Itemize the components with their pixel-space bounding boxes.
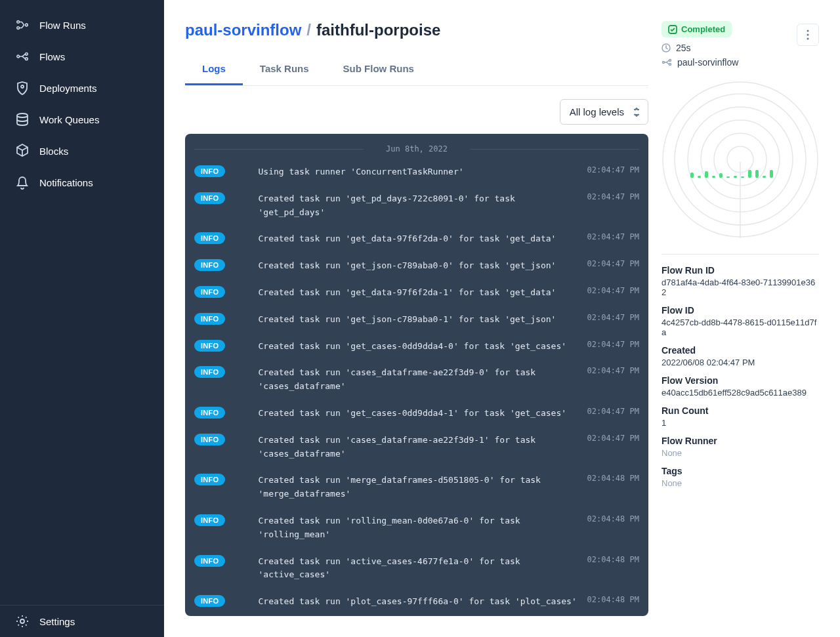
svg-point-8 (20, 619, 24, 623)
breadcrumb-flow[interactable]: paul-sorvinflow (185, 21, 301, 39)
log-time: 02:04:47 PM (587, 192, 639, 201)
sidebar-item-label: Notifications (39, 177, 93, 188)
log-time: 02:04:48 PM (587, 595, 639, 604)
log-level-badge: INFO (194, 165, 225, 177)
info-label: Flow Run ID (662, 265, 819, 276)
log-row: INFOCreated task run 'cases_dataframe-ae… (194, 431, 639, 464)
info-value: 2022/06/08 02:04:47 PM (662, 358, 819, 367)
flow-name[interactable]: paul-sorvinflow (677, 57, 738, 68)
log-time: 02:04:47 PM (587, 259, 639, 268)
svg-point-3 (17, 55, 20, 58)
flow-icon (662, 58, 672, 66)
log-row: INFOCreated task run 'plot_cases-97fff66… (194, 592, 639, 611)
task-bar[interactable] (719, 173, 723, 178)
tab-task-runs[interactable]: Task Runs (243, 55, 326, 85)
status-badge: Completed (662, 21, 732, 37)
log-message: Created task run 'get_data-97f6f2da-1' f… (233, 286, 579, 300)
sidebar-item-label: Blocks (39, 146, 68, 157)
svg-point-1 (17, 27, 20, 30)
log-row: INFOUsing task runner 'ConcurrentTaskRun… (194, 163, 639, 182)
task-bar[interactable] (755, 170, 759, 178)
log-row: INFOCreated task run 'get_data-97f6f2da-… (194, 283, 639, 302)
status-label: Completed (681, 24, 725, 34)
log-row: INFOCreated task run 'cases_dataframe-ae… (194, 363, 639, 396)
sidebar-item-deployments[interactable]: Deployments (0, 72, 164, 104)
log-row: INFOCreated task run 'merge_dataframes-d… (194, 471, 639, 504)
log-time: 02:04:47 PM (587, 165, 639, 175)
task-bar[interactable] (763, 176, 766, 178)
log-level-badge: INFO (194, 474, 225, 485)
log-message: Created task run 'get_pd_days-722c8091-0… (233, 192, 579, 220)
log-level-value: All log levels (570, 106, 624, 117)
log-date: Jun 8th, 2022 (194, 144, 639, 154)
log-row: INFOCreated task run 'get_json-c789aba0-… (194, 257, 639, 276)
side-panel: Completed 25s paul-sorvinflow Flow Ru (662, 21, 819, 616)
sidebar-item-work-queues[interactable]: Work Queues (0, 104, 164, 135)
task-bar[interactable] (690, 173, 694, 178)
log-time: 02:04:47 PM (587, 286, 639, 295)
log-time: 02:04:47 PM (587, 407, 639, 416)
sidebar-item-label: Flows (39, 51, 65, 62)
info-value: d781af4a-4dab-4f64-83e0-71139901e362 (662, 277, 819, 297)
log-message: Created task run 'get_json-c789aba0-0' f… (233, 259, 579, 273)
log-message: Created task run 'rolling_mean-0d0e67a6-… (233, 514, 579, 542)
task-bar[interactable] (770, 170, 773, 178)
svg-point-14 (663, 62, 665, 64)
log-level-badge: INFO (194, 595, 225, 607)
info-tags: TagsNone (662, 466, 819, 488)
bars (690, 170, 819, 178)
log-row: INFOCreated task run 'active_cases-4677f… (194, 552, 639, 585)
duration-line: 25s (662, 43, 819, 53)
log-level-badge: INFO (194, 340, 225, 352)
log-row: INFOCreated task run 'get_cases-0dd9dda4… (194, 404, 639, 423)
svg-point-15 (669, 60, 671, 62)
log-message: Created task run 'get_json-c789aba0-1' f… (233, 313, 579, 327)
log-time: 02:04:48 PM (587, 474, 639, 483)
log-row: INFOCreated task run 'get_cases-0dd9dda4… (194, 337, 639, 356)
sidebar-main: Flow Runs Flows Deployments Work Queues … (0, 9, 164, 605)
sidebar-item-flows[interactable]: Flows (0, 41, 164, 72)
dots-vertical-icon (807, 30, 809, 40)
clock-icon (662, 43, 671, 52)
logs-panel[interactable]: Jun 8th, 2022 INFOUsing task runner 'Con… (185, 134, 648, 616)
log-level-badge: INFO (194, 232, 225, 244)
main: paul-sorvinflow / faithful-porpoise Logs… (164, 0, 840, 637)
log-row: INFOCreated task run 'rolling_mean-0d0e6… (194, 512, 639, 545)
sidebar-item-settings[interactable]: Settings (0, 606, 164, 637)
task-bar[interactable] (698, 176, 701, 178)
tab-sub-flow-runs[interactable]: Sub Flow Runs (326, 55, 431, 85)
log-level-badge: INFO (194, 407, 225, 419)
log-message: Created task run 'cases_dataframe-ae22f3… (233, 366, 579, 394)
info-created: Created2022/06/08 02:04:47 PM (662, 345, 819, 367)
deployments-icon (16, 81, 29, 94)
task-bar[interactable] (741, 176, 744, 178)
sidebar-item-label: Flow Runs (39, 20, 86, 31)
info-value: None (662, 448, 819, 458)
log-level-badge: INFO (194, 366, 225, 378)
task-bar[interactable] (748, 170, 751, 178)
log-message: Created task run 'cases_dataframe-ae22f3… (233, 434, 579, 461)
sidebar-item-notifications[interactable]: Notifications (0, 167, 164, 198)
info-value: 4c4257cb-dd8b-4478-8615-d0115e11d7fa (662, 318, 819, 337)
info-run_count: Run Count1 (662, 405, 819, 428)
task-bar[interactable] (712, 176, 715, 178)
log-level-select[interactable]: All log levels (560, 99, 648, 125)
sidebar-item-flow-runs[interactable]: Flow Runs (0, 9, 164, 41)
log-time: 02:04:47 PM (587, 232, 639, 241)
duration-value: 25s (676, 43, 691, 53)
task-bar[interactable] (705, 171, 708, 178)
log-time: 02:04:47 PM (587, 340, 639, 349)
info-section: Flow Run IDd781af4a-4dab-4f64-83e0-71139… (662, 265, 819, 488)
task-bar[interactable] (726, 176, 730, 178)
more-actions-button[interactable] (797, 24, 819, 46)
svg-point-11 (807, 38, 809, 40)
svg-point-0 (17, 21, 20, 24)
sidebar-item-blocks[interactable]: Blocks (0, 135, 164, 167)
radar-rings-icon (662, 81, 819, 238)
svg-point-6 (21, 85, 24, 88)
sidebar-item-label: Deployments (39, 83, 97, 94)
info-label: Flow Runner (662, 436, 819, 446)
log-message: Created task run 'active_cases-4677fe1a-… (233, 555, 579, 583)
tab-logs[interactable]: Logs (185, 55, 243, 85)
task-bar[interactable] (734, 176, 737, 178)
